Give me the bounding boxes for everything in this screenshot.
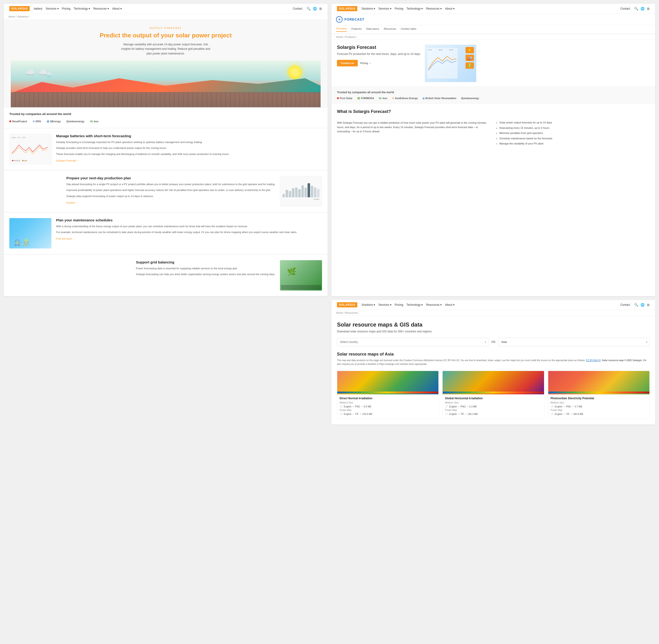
feature-maintenance: 🧑‍🔧👷 Plan your maintenance schedules Wit…	[4, 212, 328, 254]
grid-aerial-image: 🌿	[280, 260, 322, 291]
nav-technology[interactable]: Technology ▾	[74, 7, 90, 10]
map-card-pvp: Photovoltaic Electricity Potential Mediu…	[548, 371, 650, 419]
subnav-overview[interactable]: Overview	[336, 27, 347, 32]
nextday-para-2: Improved predictability of power plant o…	[66, 188, 275, 192]
nav-pricing[interactable]: Pricing	[62, 7, 71, 10]
map-info-dni: Direct Normal Irradiation Medium Size 📄 …	[337, 394, 439, 419]
what-is-title: What is Solargis Forecast?	[337, 109, 650, 114]
search-icon[interactable]: 🔍	[307, 7, 311, 10]
trusted-title-1: Trusted by companies all around the worl…	[9, 112, 322, 116]
nav2-technology[interactable]: Technology ▾	[406, 7, 423, 10]
battery-feature-title: Manage batteries with short-term forecas…	[56, 134, 230, 138]
output-forecast-panel: SOLARGIS battery Services ▾ Pricing Tech…	[4, 4, 328, 296]
nav2-services[interactable]: Services ▾	[378, 7, 391, 10]
grid-para-1: Power forecasting data is essential for …	[136, 267, 275, 271]
tif-size-ghi: 166.3 MB	[468, 413, 478, 415]
region-select[interactable]: Asia Europe Africa Americas	[498, 338, 650, 346]
nextday-title: Prepare your next-day production plan	[66, 176, 275, 180]
map-legend-dni	[337, 392, 439, 393]
map-download-png-pvp: 📄 English • PNG • 5.7 MB	[550, 405, 647, 408]
map-title-dni: Direct Normal Irradiation	[339, 397, 436, 400]
battery-link[interactable]: Solargis Forecast	[56, 159, 79, 162]
vekuo-symbol: Ve	[90, 120, 93, 123]
nav3-services[interactable]: Services ▾	[378, 303, 391, 306]
nav-services[interactable]: Services ▾	[46, 7, 58, 10]
nav2-about[interactable]: About ▾	[445, 7, 454, 10]
nav-bar-2: SOLARGIS Solutions ▾ Services ▾ Pricing …	[331, 4, 655, 14]
nav2-resources[interactable]: Resources ▾	[426, 7, 442, 10]
nextday-feature-text: Prepare your next-day production plan Da…	[66, 176, 275, 205]
bar-7	[302, 185, 304, 197]
search-icon-2[interactable]: 🔍	[634, 7, 638, 10]
maps-desc: Download solar resource maps and GIS dat…	[337, 330, 650, 333]
subnav-resources[interactable]: Resources	[384, 27, 396, 31]
subnav-dataspecs[interactable]: Data specs	[366, 27, 379, 31]
maintenance-title: Plan your maintenance schedules	[56, 218, 297, 222]
maintenance-para-1: With a strong understanding of the futur…	[56, 224, 297, 229]
nav3-solutions[interactable]: Solutions ▾	[361, 303, 375, 306]
brand-logo-2[interactable]: SOLARGIS	[337, 6, 357, 11]
nav-about[interactable]: About ▾	[112, 7, 122, 10]
map-thumbnail-ghi	[443, 371, 544, 394]
grid-icon[interactable]: ⊞	[319, 7, 322, 10]
nav3-about[interactable]: About ▾	[445, 303, 454, 306]
nav2-icons: 🔍 🌐 ⊞	[634, 7, 650, 10]
globe-icon-2[interactable]: 🌐	[640, 7, 644, 10]
nav3-resources[interactable]: Resources ▾	[426, 303, 442, 306]
nextday-link[interactable]: Explore	[66, 201, 78, 204]
region-title: Solar resource maps of Asia	[337, 352, 650, 357]
search-icon-3[interactable]: 🔍	[634, 303, 638, 307]
globe-icon-3[interactable]: 🌐	[640, 303, 644, 307]
map-thumbnail-pvp	[548, 371, 650, 394]
map-download-tif-ghi: 📄 English • TIF • 166.3 MB	[445, 413, 541, 415]
nav-solutions[interactable]: battery	[34, 7, 43, 10]
chart-legend: PVOUT DNI	[12, 159, 49, 162]
nav-icons: 🔍 🌐 ⊞	[307, 7, 322, 10]
globe-icon[interactable]: 🌐	[313, 7, 317, 10]
tif-size-dni: 103.9 MB	[362, 413, 372, 415]
nav3-pricing[interactable]: Pricing	[395, 303, 403, 306]
feature-nextday: TODAY Prepare your next-day production p…	[4, 170, 328, 212]
battery-para-2: Solargis provides short-term forecasts t…	[56, 146, 230, 150]
diagram-svg: D+1 D+2 D+3	[427, 47, 457, 80]
nav-links-2: Solutions ▾ Services ▾ Pricing Technolog…	[361, 7, 616, 10]
maps-content: Solar resource maps & GIS data Download …	[331, 316, 655, 424]
solar-panels-graphic	[11, 92, 321, 107]
logo-formosa: 🌿 FORMOSA	[357, 97, 374, 99]
battery-para-1: Intraday forecasting is increasingly imp…	[56, 140, 230, 144]
maintenance-link[interactable]: Find out more	[56, 237, 75, 240]
logo-quintasenergy: Quintasenergy	[66, 120, 84, 123]
brand-logo-3[interactable]: SOLARGIS	[337, 302, 357, 307]
grid-icon-3[interactable]: ⊞	[647, 303, 650, 307]
subnav-features[interactable]: Features	[351, 27, 361, 31]
grid-para-2: Solargis forecasting can help you drive …	[136, 272, 275, 277]
country-select[interactable]: Select country	[337, 338, 488, 346]
nav2-solutions[interactable]: Solutions ▾	[361, 7, 375, 10]
cc-link[interactable]: CC BY-SA 4.0	[586, 359, 601, 362]
bullet-3: Minimize penalties from grid operators	[499, 131, 650, 135]
brand-logo[interactable]: SOLARGIS	[9, 6, 30, 11]
logo-quintasenergy2: Quintasenergy	[461, 97, 479, 99]
nav2-contact[interactable]: Contact	[620, 7, 630, 10]
bar-future-3	[317, 189, 320, 197]
nav2-pricing[interactable]: Pricing	[395, 7, 403, 10]
nav-resources[interactable]: Resources ▾	[93, 7, 109, 10]
solargis-forecast-panel: SOLARGIS Solutions ▾ Services ▾ Pricing …	[331, 4, 655, 296]
firstsolar-dot	[337, 97, 339, 99]
pricing-link[interactable]: Pricing	[360, 62, 371, 65]
logo-vekuo2: Vekuo	[379, 97, 387, 99]
nav3-contact[interactable]: Contact	[620, 303, 630, 306]
nav-contact[interactable]: Contact	[293, 7, 302, 10]
subnav-contactsales[interactable]: Contact sales	[401, 27, 417, 31]
region-select-wrapper: Asia Europe Africa Americas ▾	[498, 338, 650, 346]
grid-icon-2[interactable]: ⊞	[647, 7, 650, 10]
forecast-hero-2: Solargis Forecast Forecast PV production…	[331, 40, 655, 87]
battery-forecast-chart	[12, 139, 49, 158]
or-label: OR	[491, 340, 495, 344]
nextday-chart: TODAY	[280, 176, 322, 206]
nav3-technology[interactable]: Technology ▾	[406, 303, 423, 306]
contact-us-button[interactable]: Contact us	[337, 60, 358, 66]
tif-type-ghi: TIF	[461, 413, 464, 415]
rain-graphic: 🌧️	[46, 72, 52, 78]
hero-section: OUTPUT FORECAST Predict the output of yo…	[4, 20, 328, 107]
